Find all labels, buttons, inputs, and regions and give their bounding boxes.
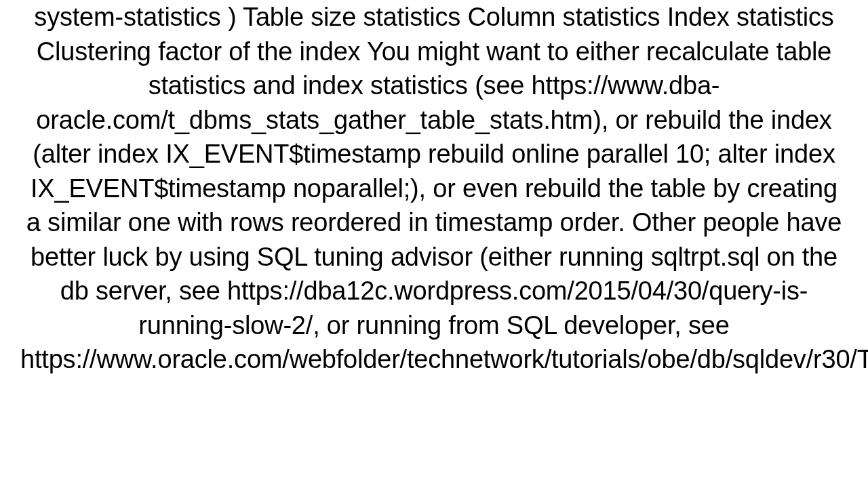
document-body: system-statistics ) Table size statistic… [0,0,868,488]
paragraph-text: system-statistics ) Table size statistic… [20,3,868,373]
